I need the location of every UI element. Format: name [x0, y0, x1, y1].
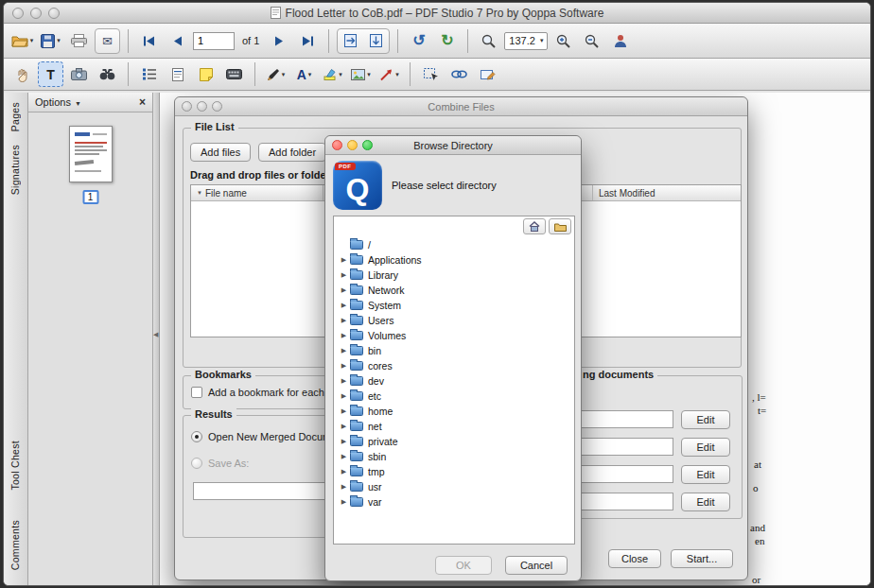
- text-select-button[interactable]: T: [38, 61, 63, 87]
- expander-icon[interactable]: ▶: [338, 423, 350, 430]
- tree-item[interactable]: ▶dev: [338, 373, 572, 389]
- tree-item[interactable]: ▶System: [338, 298, 572, 313]
- document-path-field[interactable]: [579, 493, 673, 510]
- form-page-button[interactable]: [165, 61, 190, 87]
- fit-width-button[interactable]: [338, 29, 363, 53]
- tree-item[interactable]: ▶home: [338, 404, 572, 419]
- column-last-modified[interactable]: Last Modified: [593, 185, 741, 200]
- tree-item[interactable]: ▶Users: [338, 313, 572, 328]
- edit-button[interactable]: Edit: [681, 493, 730, 511]
- tree-item[interactable]: ▶var: [338, 494, 572, 510]
- document-path-field[interactable]: [579, 438, 673, 456]
- link-button[interactable]: [446, 61, 472, 87]
- outline-panel-button[interactable]: [136, 61, 162, 87]
- object-select-button[interactable]: [418, 61, 444, 87]
- tree-item[interactable]: ▶Volumes: [338, 328, 572, 343]
- tree-item[interactable]: ▶tmp: [338, 464, 572, 479]
- close-window-button[interactable]: [12, 8, 24, 19]
- new-folder-button[interactable]: [549, 218, 571, 234]
- fit-page-button[interactable]: [363, 29, 389, 53]
- open-button[interactable]: ▾: [9, 28, 35, 54]
- expander-icon[interactable]: ▶: [338, 468, 350, 476]
- expander-icon[interactable]: ▶: [338, 317, 350, 324]
- edit-button[interactable]: Edit: [681, 410, 730, 429]
- tree-item[interactable]: ▶Network: [338, 283, 572, 298]
- tab-comments[interactable]: Comments: [9, 520, 21, 570]
- expander-icon[interactable]: ▶: [338, 438, 350, 445]
- options-menu-button[interactable]: Options ▼: [35, 96, 81, 108]
- zoom-dialog-button[interactable]: [212, 101, 222, 112]
- minimize-window-button[interactable]: [30, 8, 42, 19]
- collapse-panel-icon[interactable]: ◀: [153, 331, 158, 338]
- tree-item[interactable]: ▶Applications: [338, 252, 572, 268]
- tree-item[interactable]: ▶bin: [338, 343, 572, 358]
- zoom-tool-button[interactable]: [476, 28, 501, 54]
- highlight-button[interactable]: ▾: [320, 61, 345, 87]
- open-merged-radio[interactable]: [191, 431, 202, 442]
- tree-item[interactable]: ▶/: [338, 237, 572, 252]
- snapshot-button[interactable]: [66, 61, 92, 87]
- close-dialog-button[interactable]: [332, 140, 342, 150]
- close-dialog-button[interactable]: [182, 101, 192, 112]
- hand-tool-button[interactable]: [9, 61, 35, 87]
- text-box-button[interactable]: A ▾: [291, 61, 317, 87]
- expander-icon[interactable]: ▶: [338, 302, 350, 309]
- edit-button[interactable]: Edit: [681, 465, 730, 484]
- shapes-button[interactable]: ▾: [376, 61, 402, 87]
- expander-icon[interactable]: ▶: [338, 498, 350, 506]
- zoom-in-button[interactable]: [551, 28, 576, 54]
- tab-signatures[interactable]: Signatures: [9, 145, 21, 195]
- expander-icon[interactable]: ▶: [338, 256, 350, 264]
- add-folder-button[interactable]: Add folder: [258, 143, 326, 162]
- bookmark-checkbox[interactable]: [191, 387, 202, 398]
- search-button[interactable]: [95, 61, 120, 87]
- minimize-dialog-button[interactable]: [347, 140, 358, 150]
- minimize-dialog-button[interactable]: [197, 101, 207, 112]
- close-button[interactable]: Close: [608, 549, 661, 568]
- ok-button[interactable]: OK: [435, 556, 492, 575]
- add-files-button[interactable]: Add files: [190, 143, 251, 162]
- tree-item[interactable]: ▶net: [338, 419, 572, 434]
- tree-item[interactable]: ▶sbin: [338, 449, 572, 464]
- cancel-button[interactable]: Cancel: [505, 556, 568, 575]
- home-directory-button[interactable]: [523, 218, 546, 234]
- tree-item[interactable]: ▶usr: [338, 479, 572, 494]
- save-as-radio[interactable]: [191, 458, 202, 469]
- rotate-ccw-button[interactable]: ↺: [406, 28, 431, 54]
- document-path-field[interactable]: [579, 410, 673, 428]
- form-editor-button[interactable]: [475, 61, 500, 87]
- expander-icon[interactable]: ▶: [338, 377, 350, 385]
- close-panel-icon[interactable]: ×: [139, 95, 146, 109]
- expander-icon[interactable]: ▶: [338, 332, 350, 339]
- email-button[interactable]: ✉: [95, 28, 120, 54]
- expander-icon[interactable]: ▶: [338, 271, 350, 279]
- expander-icon[interactable]: ▶: [338, 362, 350, 370]
- zoom-out-button[interactable]: [579, 28, 604, 54]
- expander-icon[interactable]: ▶: [338, 392, 350, 400]
- pencil-annotation-button[interactable]: ▾: [263, 61, 288, 87]
- sticky-note-button[interactable]: [193, 61, 218, 87]
- tree-item[interactable]: ▶etc: [338, 389, 572, 404]
- save-button[interactable]: ▾: [38, 28, 63, 54]
- tab-tool-chest[interactable]: Tool Chest: [9, 441, 21, 491]
- edit-button[interactable]: Edit: [681, 438, 730, 457]
- first-page-button[interactable]: [136, 28, 162, 54]
- zoom-window-button[interactable]: [48, 8, 60, 19]
- column-file-name[interactable]: ▼ File name: [191, 185, 323, 200]
- user-button[interactable]: [607, 28, 633, 54]
- expander-icon[interactable]: ▶: [338, 286, 350, 294]
- next-page-button[interactable]: [267, 28, 292, 54]
- tree-item[interactable]: ▶cores: [338, 358, 572, 373]
- last-page-button[interactable]: [295, 28, 321, 54]
- document-path-field[interactable]: [579, 465, 673, 483]
- zoom-level-combo[interactable]: 137.2 ▾: [504, 32, 548, 50]
- image-annotation-button[interactable]: ▾: [348, 61, 374, 87]
- panel-splitter[interactable]: ◀: [153, 93, 160, 585]
- tree-item[interactable]: ▶Library: [338, 268, 572, 283]
- rotate-cw-button[interactable]: ↻: [434, 28, 460, 54]
- start-button[interactable]: Start...: [671, 549, 733, 568]
- expander-icon[interactable]: ▶: [338, 453, 350, 460]
- save-as-path-field[interactable]: [193, 482, 327, 500]
- typewriter-button[interactable]: [221, 61, 247, 87]
- print-button[interactable]: [66, 28, 92, 54]
